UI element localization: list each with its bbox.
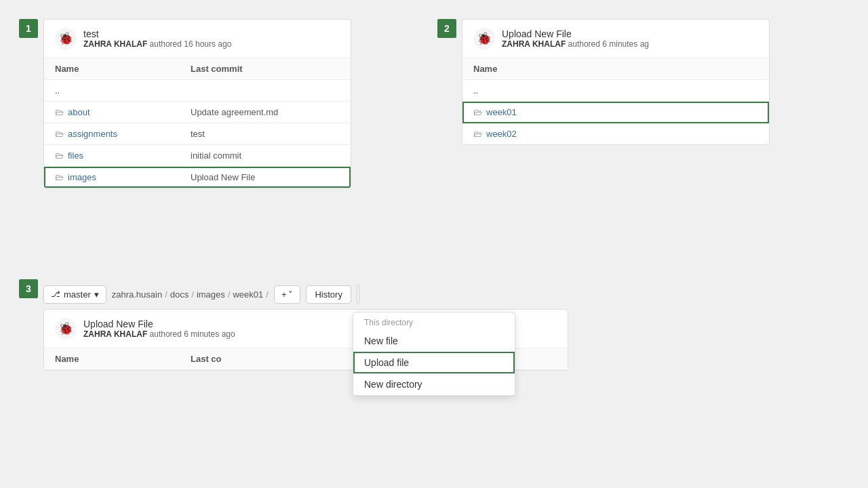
folder-icon-week01: 🗁 xyxy=(473,107,482,117)
panel2-commit-author: ZAHRA KHALAF authored 6 minutes ag xyxy=(502,39,649,49)
dropdown-section-label: This directory xyxy=(353,312,515,330)
breadcrumb: zahra.husain / docs / images / week01 / xyxy=(112,289,269,300)
panel2-table-header: Name xyxy=(462,58,769,80)
breadcrumb-user[interactable]: zahra.husain xyxy=(112,289,162,300)
panel1-avatar: 🐞 xyxy=(55,28,77,49)
breadcrumb-sep-4: / xyxy=(266,289,269,300)
panel2-row-week01-name: 🗁 week01 xyxy=(473,107,609,117)
panel1-commit-author: ZAHRA KHALAF authored 16 hours ago xyxy=(83,39,231,49)
folder-icon-week02: 🗁 xyxy=(473,129,482,139)
panel1-row-about[interactable]: 🗁 about Update agreement.md xyxy=(44,102,351,123)
breadcrumb-docs[interactable]: docs xyxy=(170,289,189,300)
dropdown-item-new-directory[interactable]: New directory xyxy=(353,373,515,395)
panel2-commit-time: authored 6 minutes ag xyxy=(568,39,649,49)
panel1-commit-title[interactable]: test xyxy=(83,28,231,39)
panel1-row-images-commit: Upload New File xyxy=(191,172,340,182)
more-button[interactable] xyxy=(357,285,359,304)
panel1-table-header: Name Last commit xyxy=(44,58,351,80)
panel2-commit-header: 🐞 Upload New File ZAHRA KHALAF authored … xyxy=(462,20,769,58)
panel1-row-about-commit: Update agreement.md xyxy=(191,107,340,117)
panel3-toolbar: ⎇ master ▾ zahra.husain / docs / images … xyxy=(19,279,568,309)
history-button[interactable]: History xyxy=(306,285,351,304)
panel3-col-name: Name xyxy=(55,354,191,364)
panel2-avatar: 🐞 xyxy=(473,28,495,49)
panel1-row-assignments-commit: test xyxy=(191,129,340,139)
panel1-row-files-commit: initial commit xyxy=(191,150,340,161)
dropdown-menu: This directory New file Upload file New … xyxy=(353,312,515,396)
panel1-row-assignments-name: 🗁 assignments xyxy=(55,129,191,139)
dropdown-item-upload-file[interactable]: Upload file xyxy=(353,352,515,373)
panel2-row-week02-name: 🗁 week02 xyxy=(473,129,609,139)
panel2-commit-title[interactable]: Upload New File xyxy=(502,28,649,39)
panel1-col-name: Name xyxy=(55,64,191,74)
panel1-row-files[interactable]: 🗁 files initial commit xyxy=(44,145,351,167)
branch-button[interactable]: ⎇ master ▾ xyxy=(43,285,106,304)
panel-2: 🐞 Upload New File ZAHRA KHALAF authored … xyxy=(437,19,770,145)
panel1-row-images-name: 🗁 images xyxy=(55,172,191,182)
panel3-avatar: 🐞 xyxy=(55,318,77,340)
chevron-down-icon-add: ˅ xyxy=(288,289,293,300)
branch-label: master xyxy=(64,289,91,300)
breadcrumb-sep-1: / xyxy=(165,289,167,300)
panel3-commit-time: authored 6 minutes ago xyxy=(150,329,235,339)
panel2-row-parent-name: .. xyxy=(473,85,609,96)
panel3-commit-info: Upload New File ZAHRA KHALAF authored 6 … xyxy=(83,319,235,339)
chevron-down-icon: ▾ xyxy=(94,289,99,300)
panel2-col-name: Name xyxy=(473,64,497,74)
folder-icon-about: 🗁 xyxy=(55,107,64,117)
breadcrumb-week01[interactable]: week01 xyxy=(233,289,263,300)
panel-1: 🐞 test ZAHRA KHALAF authored 16 hours ag… xyxy=(19,19,351,188)
dropdown-item-new-file[interactable]: New file xyxy=(353,330,515,352)
panel1-row-assignments[interactable]: 🗁 assignments test xyxy=(44,123,351,145)
panel1-row-parent[interactable]: .. xyxy=(44,80,351,102)
panel1-row-about-name: 🗁 about xyxy=(55,107,191,117)
branch-icon: ⎇ xyxy=(51,289,60,299)
panel-2-box: 🐞 Upload New File ZAHRA KHALAF authored … xyxy=(462,19,770,145)
panel1-col-commit: Last commit xyxy=(191,64,340,74)
breadcrumb-images[interactable]: images xyxy=(197,289,225,300)
panel1-commit-info: test ZAHRA KHALAF authored 16 hours ago xyxy=(83,28,231,49)
panel2-commit-info: Upload New File ZAHRA KHALAF authored 6 … xyxy=(502,28,649,49)
add-button[interactable]: + ˅ xyxy=(274,285,301,304)
panel1-row-parent-name: .. xyxy=(55,85,191,96)
plus-icon: + xyxy=(281,289,287,300)
panel2-row-week02[interactable]: 🗁 week02 xyxy=(462,123,769,144)
folder-icon-files: 🗁 xyxy=(55,150,64,161)
folder-icon-images: 🗁 xyxy=(55,172,64,182)
breadcrumb-sep-3: / xyxy=(228,289,231,300)
panel2-author-name: ZAHRA KHALAF xyxy=(502,39,566,49)
panel-1-box: 🐞 test ZAHRA KHALAF authored 16 hours ag… xyxy=(43,19,351,188)
panel3-commit-title[interactable]: Upload New File xyxy=(83,319,235,329)
panel3-commit-author: ZAHRA KHALAF authored 6 minutes ago xyxy=(83,329,235,339)
panel1-row-files-name: 🗁 files xyxy=(55,150,191,161)
panel1-commit-header: 🐞 test ZAHRA KHALAF authored 16 hours ag… xyxy=(44,20,351,58)
panel1-author-name: ZAHRA KHALAF xyxy=(83,39,147,49)
panel1-row-images[interactable]: 🗁 images Upload New File xyxy=(44,167,351,188)
folder-icon-assignments: 🗁 xyxy=(55,129,64,139)
panel3-author-name: ZAHRA KHALAF xyxy=(83,329,147,339)
panel2-row-parent[interactable]: .. xyxy=(462,80,769,102)
breadcrumb-sep-2: / xyxy=(191,289,194,300)
panel1-commit-time: authored 16 hours ago xyxy=(150,39,232,49)
panel2-row-week01[interactable]: 🗁 week01 xyxy=(462,102,769,123)
